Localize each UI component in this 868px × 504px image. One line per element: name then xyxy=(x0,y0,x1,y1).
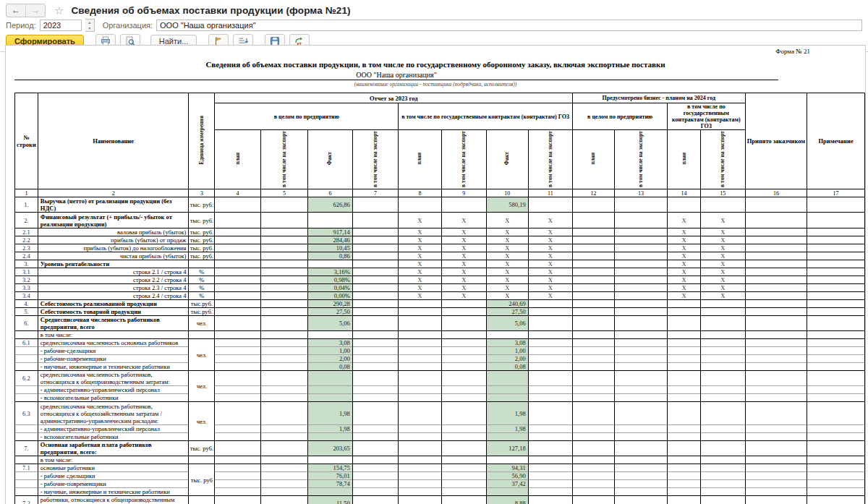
table-row: 2.2прибыль (убыток) от продажтыс. руб.28… xyxy=(15,236,865,244)
empty-cell xyxy=(528,308,572,316)
value-cell[interactable]: 1,98 xyxy=(487,402,529,425)
value-cell[interactable]: 0,08 xyxy=(308,363,353,371)
empty-cell xyxy=(399,472,441,480)
value-cell[interactable]: 56,90 xyxy=(487,472,529,480)
value-cell[interactable]: 2,00 xyxy=(308,355,353,363)
value-cell[interactable]: 11,50 xyxy=(308,496,353,504)
value-cell[interactable]: 127,18 xyxy=(487,441,529,456)
empty-cell xyxy=(668,472,701,480)
value-cell: X xyxy=(700,276,745,284)
value-cell[interactable]: 27,50 xyxy=(308,308,353,316)
value-cell[interactable]: 284,46 xyxy=(308,236,353,244)
value-cell[interactable] xyxy=(487,394,529,402)
value-cell[interactable]: 94,31 xyxy=(487,464,529,472)
value-cell[interactable]: 290,28 xyxy=(308,300,353,308)
header-col-5: в том числе на экспорт xyxy=(260,130,307,189)
value-cell[interactable]: 5,06 xyxy=(308,316,353,331)
empty-cell xyxy=(573,308,615,316)
value-cell[interactable]: 0,86 xyxy=(308,252,353,260)
empty-cell xyxy=(807,260,865,268)
empty-cell xyxy=(528,363,572,371)
value-cell[interactable]: 8,88 xyxy=(487,496,529,504)
value-cell[interactable] xyxy=(487,433,529,441)
value-cell[interactable]: 240,69 xyxy=(487,300,529,308)
value-cell[interactable] xyxy=(308,386,353,394)
empty-cell xyxy=(441,339,486,347)
forward-button[interactable]: → xyxy=(25,4,45,17)
header-col-12-label: план xyxy=(590,153,597,165)
value-cell[interactable]: 2,00 xyxy=(487,355,529,363)
empty-cell xyxy=(668,480,701,488)
empty-cell xyxy=(614,425,667,433)
value-cell[interactable] xyxy=(487,488,529,496)
name-cell: основные работники xyxy=(38,464,189,472)
empty-cell xyxy=(573,276,615,284)
column-number-cell: 3 xyxy=(189,189,215,197)
period-spinner[interactable]: ▲▼ xyxy=(85,19,95,32)
value-cell[interactable]: 1,00 xyxy=(308,347,353,355)
value-cell[interactable] xyxy=(487,371,529,386)
empty-cell xyxy=(700,316,745,331)
empty-cell xyxy=(399,433,441,441)
header-col-7-label: в том числе на экспорт xyxy=(372,131,379,187)
value-cell: X xyxy=(528,268,572,276)
empty-cell xyxy=(399,488,441,496)
value-cell[interactable]: 0,08 xyxy=(487,363,529,371)
value-cell[interactable]: 3,16% xyxy=(308,268,353,276)
value-cell[interactable]: 0,00% xyxy=(308,292,353,300)
value-cell[interactable]: 3,08 xyxy=(487,339,529,347)
value-cell[interactable]: 27,50 xyxy=(487,308,529,316)
period-input[interactable] xyxy=(40,20,82,31)
value-cell[interactable]: 37,42 xyxy=(487,480,529,488)
header-col-10: Факт xyxy=(487,130,529,189)
value-cell[interactable]: 1,98 xyxy=(308,425,353,433)
spinner-up-icon[interactable]: ▲ xyxy=(85,20,94,25)
name-cell: строка 2.4 / строка 4 xyxy=(38,292,189,300)
value-cell[interactable]: 1,98 xyxy=(487,425,529,433)
favorite-star-icon[interactable]: ☆ xyxy=(54,5,64,16)
empty-cell xyxy=(745,339,807,347)
empty-cell xyxy=(807,252,865,260)
spinner-down-icon[interactable]: ▼ xyxy=(85,25,94,31)
name-cell: строка 2.1 / строка 4 xyxy=(38,268,189,276)
value-cell[interactable]: 203,65 xyxy=(308,441,353,456)
value-cell[interactable] xyxy=(308,488,353,496)
empty-cell xyxy=(573,300,615,308)
value-cell: X xyxy=(700,260,745,268)
value-cell[interactable] xyxy=(308,433,353,441)
empty-cell xyxy=(352,236,398,244)
value-cell[interactable]: 0,04% xyxy=(308,284,353,292)
value-cell[interactable]: 154,75 xyxy=(308,464,353,472)
value-cell[interactable] xyxy=(308,371,353,386)
empty-cell xyxy=(399,480,441,488)
value-cell[interactable]: 1,00 xyxy=(487,347,529,355)
organization-input[interactable] xyxy=(156,20,862,31)
value-cell[interactable] xyxy=(308,394,353,402)
empty-cell xyxy=(441,496,486,504)
empty-cell xyxy=(807,228,865,236)
empty-cell xyxy=(528,496,572,504)
value-cell: X xyxy=(399,276,441,284)
empty-cell xyxy=(215,236,260,244)
value-cell[interactable]: 580,19 xyxy=(487,197,529,213)
table-row: - научные, инженерные и технические рабо… xyxy=(15,363,865,371)
table-row: 3.Уровень рентабельностиXXXXXX xyxy=(15,260,865,268)
back-button[interactable]: ← xyxy=(7,4,25,17)
value-cell[interactable]: 5,06 xyxy=(487,316,529,331)
value-cell[interactable]: 1,98 xyxy=(308,402,353,425)
value-cell[interactable]: 3,08 xyxy=(308,339,353,347)
table-row: 2.1валовая прибыль (убыток)тыс. руб.917,… xyxy=(15,228,865,236)
value-cell[interactable]: 78,74 xyxy=(308,480,353,488)
empty-cell xyxy=(215,268,260,276)
value-cell[interactable] xyxy=(487,386,529,394)
value-cell[interactable]: 0,98% xyxy=(308,276,353,284)
value-cell[interactable]: 10,45 xyxy=(308,244,353,252)
value-cell[interactable]: 76,01 xyxy=(308,472,353,480)
value-cell: X xyxy=(487,268,529,276)
value-cell[interactable]: 626,86 xyxy=(308,197,353,213)
value-cell[interactable]: 917,14 xyxy=(308,228,353,236)
table-row: 2.Финансовый результат (+ прибыль/- убыт… xyxy=(15,213,865,228)
header-col-12: план xyxy=(573,130,615,189)
value-cell: X xyxy=(441,268,486,276)
header-col-9-label: в том числе на экспорт xyxy=(460,131,467,187)
